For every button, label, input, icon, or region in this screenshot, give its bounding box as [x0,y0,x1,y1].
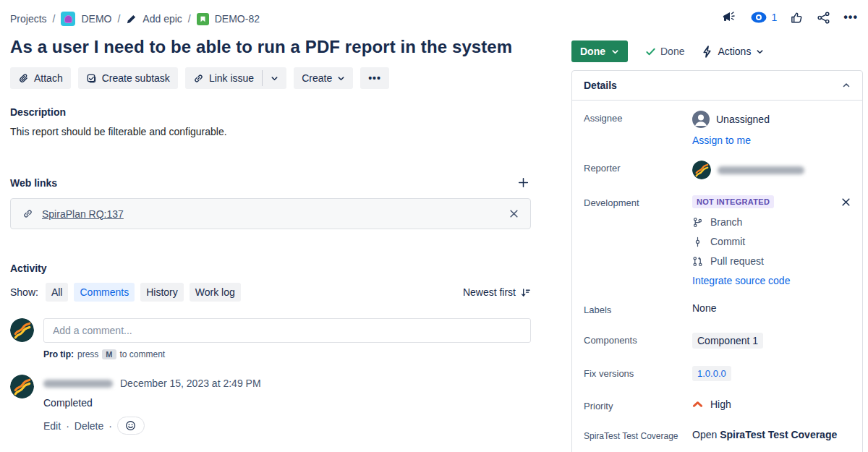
fix-versions-label: Fix versions [584,366,692,379]
web-links-heading: Web links [10,177,57,189]
field-development: Development NOT INTEGRATED Branch Commit [584,195,851,286]
status-bar: Done Done Actions [571,40,863,62]
comment-edit-link[interactable]: Edit [43,420,61,432]
field-reporter: Reporter [584,161,851,179]
dev-pull-request-label: Pull request [710,255,764,267]
spiratest-label: SpiraTest Test Coverage [584,429,692,441]
field-fix-versions: Fix versions 1.0.0.0 [584,366,851,381]
components-label: Components [584,333,692,346]
details-panel-header[interactable]: Details [572,71,862,101]
field-labels: Labels None [584,302,851,315]
dot-separator: · [109,420,112,432]
field-assignee: Assignee Unassigned Assign to me [584,111,851,146]
create-subtask-button[interactable]: Create subtask [78,67,178,89]
link-icon [22,208,33,219]
field-components: Components Component 1 [584,333,851,349]
actions-dropdown-button[interactable]: Actions [702,46,764,58]
attach-button[interactable]: Attach [10,67,71,89]
sort-order-button[interactable]: Newest first [463,286,531,298]
dismiss-development-button[interactable] [841,195,851,207]
jira-issue-page: Projects / DEMO / Add epic / DEMO-82 As … [0,0,868,452]
activity-heading: Activity [10,263,531,274]
paperclip-icon [18,73,29,84]
integrate-source-code-link[interactable]: Integrate source code [692,275,790,286]
reporter-name-redacted [718,166,804,174]
sort-descending-icon [520,287,531,298]
chevron-down-icon [337,74,345,82]
breadcrumb-add-epic[interactable]: Add epic [142,13,182,25]
breadcrumb-separator: / [188,13,191,25]
filter-history-button[interactable]: History [140,283,184,302]
emoji-smiley-icon [125,420,136,431]
dev-commit-item[interactable]: Commit [692,236,841,247]
filter-comments-button[interactable]: Comments [74,283,135,302]
status-label: Done [580,46,605,57]
comment-delete-link[interactable]: Delete [75,420,103,432]
link-issue-button[interactable]: Link issue [185,67,262,89]
fix-version-chip[interactable]: 1.0.0.0 [692,366,731,381]
comment-timestamp: December 15, 2023 at 2:49 PM [120,378,261,389]
chevron-up-icon [842,81,851,90]
pro-tip: Pro tip: press M to comment [43,349,531,359]
add-reaction-button[interactable] [117,417,145,435]
description-heading: Description [10,106,531,118]
link-issue-dropdown-button[interactable] [263,67,286,89]
labels-value[interactable]: None [692,302,851,314]
comment-actions: Edit · Delete · [43,417,261,435]
git-branch-icon [692,217,703,228]
status-dropdown-button[interactable]: Done [571,40,628,62]
web-links-header: Web links [10,175,531,190]
keyboard-shortcut-m: M [102,349,116,359]
actions-label: Actions [718,46,751,57]
chevron-down-icon [611,48,619,56]
create-button[interactable]: Create [294,67,353,89]
plus-icon [517,176,529,189]
breadcrumb-project[interactable]: DEMO [81,13,111,25]
remove-web-link-button[interactable] [509,209,519,218]
close-icon [509,209,519,218]
dev-commit-label: Commit [710,236,745,247]
priority-label: Priority [584,398,692,412]
dev-pull-request-item[interactable]: Pull request [692,255,841,267]
unassigned-avatar-icon [692,111,710,128]
dot-separator: · [66,420,69,432]
comment-author-avatar [10,375,34,398]
priority-high-icon [692,400,703,409]
web-link-spiraplan[interactable]: SpiraPlan RQ:137 [42,208,124,220]
subtask-icon [86,73,97,84]
link-issue-split-button: Link issue [185,67,286,89]
add-web-link-button[interactable] [516,175,531,190]
not-integrated-badge: NOT INTEGRATED [692,195,774,208]
assignee-value[interactable]: Unassigned [692,111,851,128]
web-link-card: SpiraPlan RQ:137 [10,198,531,229]
labels-label: Labels [584,302,692,315]
dev-branch-item[interactable]: Branch [692,216,841,228]
component-chip[interactable]: Component 1 [692,333,763,349]
filter-all-button[interactable]: All [46,283,69,302]
description-body[interactable]: This report should be filterable and con… [10,126,531,137]
priority-value[interactable]: High [692,398,851,410]
comment-author-name-redacted [43,380,113,388]
pro-tip-suffix: to comment [120,349,166,359]
details-heading: Details [584,80,617,91]
breadcrumb-projects[interactable]: Projects [10,13,47,25]
spiratest-coverage-link[interactable]: Open SpiraTest Test Coverage [692,429,851,440]
more-actions-button[interactable]: ••• [360,67,389,89]
breadcrumb-separator: / [53,13,56,25]
breadcrumb-issue-key[interactable]: DEMO-82 [215,13,260,25]
lightning-icon [702,46,712,58]
filter-worklog-button[interactable]: Work log [190,283,241,302]
pro-tip-press: press [77,349,98,359]
create-label: Create [302,72,332,84]
assignee-name: Unassigned [716,114,770,125]
current-user-avatar [10,318,34,342]
field-priority: Priority High [584,398,851,412]
assign-to-me-link[interactable]: Assign to me [692,135,751,146]
spiratest-open-text: Open [692,429,720,440]
resolution-label: Done [660,46,684,57]
assignee-label: Assignee [584,111,692,124]
reporter-avatar [692,161,711,179]
activity-filter-bar: Show: All Comments History Work log Newe… [10,283,531,302]
sort-label: Newest first [463,286,516,298]
comment-input[interactable] [43,318,531,343]
